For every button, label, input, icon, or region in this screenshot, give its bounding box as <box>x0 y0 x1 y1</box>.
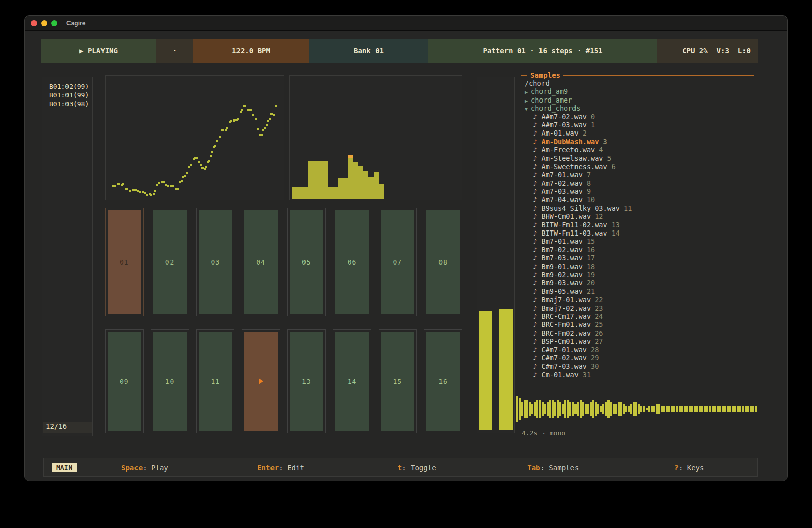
sample-file-11[interactable]: ♪ B9sus4 Silky 03.wav 11 <box>525 204 754 212</box>
waveform-dot <box>526 408 528 410</box>
sample-file-name: Bm7-03.wav <box>542 254 587 262</box>
status-bar: ▶ PLAYING · 122.0 BPM Bank 01 Pattern 01… <box>41 39 758 63</box>
pad-10[interactable]: 10 <box>151 329 189 433</box>
sample-file-20[interactable]: ♪ Bm9-03.wav 20 <box>525 279 754 287</box>
sample-file-15[interactable]: ♪ Bm7-01.wav 15 <box>525 237 754 245</box>
minimize-icon[interactable] <box>41 20 47 26</box>
sample-file-22[interactable]: ♪ Bmaj7-01.wav 22 <box>525 295 754 304</box>
pad-08[interactable]: 08 <box>424 208 462 316</box>
waveform-column <box>605 402 607 416</box>
scatter-dot <box>137 190 139 192</box>
sample-file-3[interactable]: ♪ Am-DubWash.wav 3 <box>525 138 754 146</box>
histogram-bar <box>313 161 318 199</box>
pad-fill[interactable]: 04 <box>244 210 278 314</box>
pad-05[interactable]: 05 <box>287 208 326 316</box>
waveform-column <box>729 406 731 412</box>
sample-file-21[interactable]: ♪ Bm9-05.wav 21 <box>525 287 754 295</box>
waveform-dot <box>580 416 582 418</box>
pad-fill[interactable]: 09 <box>108 332 141 431</box>
folder-chord_am9[interactable]: ▶ chord_am9 <box>525 87 754 95</box>
pad-fill[interactable] <box>244 332 278 431</box>
waveform-dot <box>750 410 752 412</box>
folder-chord_amer[interactable]: ▶ chord_amer <box>525 96 754 104</box>
sample-file-0[interactable]: ♪ A#m7-02.wav 0 <box>525 113 754 121</box>
sample-index: 21 <box>587 287 595 295</box>
pad-06[interactable]: 06 <box>333 208 371 316</box>
pad-03[interactable]: 03 <box>196 208 235 316</box>
pad-04[interactable]: 04 <box>242 208 280 316</box>
pad-fill[interactable]: 11 <box>199 332 232 431</box>
pad-fill[interactable]: 10 <box>153 332 187 431</box>
sample-file-25[interactable]: ♪ BRC-Fm01.wav 25 <box>525 320 754 328</box>
pad-fill[interactable]: 01 <box>108 210 141 314</box>
sample-file-2[interactable]: ♪ Am-01.wav 2 <box>525 129 754 137</box>
pad-fill[interactable]: 06 <box>335 210 369 314</box>
sample-file-28[interactable]: ♪ C#m7-01.wav 28 <box>525 346 754 354</box>
pad-01[interactable]: 01 <box>105 208 144 316</box>
sample-file-26[interactable]: ♪ BRC-Fm02.wav 26 <box>525 329 754 337</box>
pad-fill[interactable]: 07 <box>381 210 415 314</box>
waveform-dot <box>668 410 670 412</box>
sample-file-24[interactable]: ♪ BRC-Cm17.wav 24 <box>525 312 754 320</box>
waveform-dot <box>643 408 645 410</box>
sample-file-6[interactable]: ♪ Am-Sweetness.wav 6 <box>525 162 754 171</box>
sample-file-9[interactable]: ♪ Am7-03.wav 9 <box>525 187 754 195</box>
waveform-dot <box>559 402 561 404</box>
scatter-dot <box>198 161 200 163</box>
folder-chord_chords[interactable]: ▼ chord_chords <box>525 104 754 112</box>
sample-file-8[interactable]: ♪ Am7-02.wav 8 <box>525 179 754 187</box>
waveform-dot <box>564 408 566 410</box>
sample-file-10[interactable]: ♪ Am7-04.wav 10 <box>525 195 754 204</box>
sample-file-27[interactable]: ♪ BSP-Cm01.wav 27 <box>525 337 754 345</box>
voice-list: B01:02(99)B01:01(99)B01:03(98) <box>42 77 92 108</box>
waveform-dot <box>595 410 597 412</box>
pad-02[interactable]: 02 <box>151 208 189 316</box>
sample-file-7[interactable]: ♪ Am7-01.wav 7 <box>525 171 754 179</box>
sample-file-29[interactable]: ♪ C#m7-02.wav 29 <box>525 354 754 362</box>
waveform-dot <box>610 414 612 416</box>
sample-file-name: BITW-Fm11-02.wav <box>542 221 612 229</box>
sample-file-5[interactable]: ♪ Am-Steelsaw.wav 5 <box>525 154 754 162</box>
pad-09[interactable]: 09 <box>105 329 144 433</box>
sample-file-19[interactable]: ♪ Bm9-02.wav 19 <box>525 271 754 279</box>
vu-meter-panel <box>477 77 515 433</box>
status-separator: · <box>156 39 193 63</box>
sample-file-30[interactable]: ♪ C#m7-03.wav 30 <box>525 362 754 370</box>
pad-fill[interactable]: 13 <box>290 332 323 431</box>
pad-11[interactable]: 11 <box>196 329 235 433</box>
pad-fill[interactable]: 15 <box>381 332 415 431</box>
pad-fill[interactable]: 14 <box>335 332 369 431</box>
pad-14[interactable]: 14 <box>333 329 371 433</box>
pad-16[interactable]: 16 <box>424 329 462 433</box>
sample-file-14[interactable]: ♪ BITW-Fm11-03.wav 14 <box>525 229 754 237</box>
close-icon[interactable] <box>31 20 37 26</box>
sample-file-13[interactable]: ♪ BITW-Fm11-02.wav 13 <box>525 221 754 229</box>
pad-15[interactable]: 15 <box>379 329 417 433</box>
sample-file-12[interactable]: ♪ BHW-Cm01.wav 12 <box>525 212 754 220</box>
pad-label: 02 <box>165 258 175 266</box>
waveform-dot <box>536 416 538 418</box>
pad-12[interactable] <box>242 329 280 433</box>
sample-file-4[interactable]: ♪ Am-Freeto.wav 4 <box>525 146 754 154</box>
sample-file-23[interactable]: ♪ Bmaj7-02.wav 23 <box>525 304 754 312</box>
sample-file-1[interactable]: ♪ A#m7-03.wav 1 <box>525 121 754 129</box>
pad-07[interactable]: 07 <box>379 208 417 316</box>
waveform-dot <box>554 404 556 406</box>
waveform-dot <box>590 406 592 408</box>
waveform-dot <box>699 408 701 410</box>
pad-fill[interactable]: 08 <box>426 210 460 314</box>
waveform-dot <box>582 414 584 416</box>
pad-fill[interactable]: 02 <box>153 210 187 314</box>
pad-fill[interactable]: 16 <box>426 332 460 431</box>
waveform-dot <box>554 406 556 408</box>
pad-fill[interactable]: 05 <box>290 210 323 314</box>
pad-13[interactable]: 13 <box>287 329 326 433</box>
maximize-icon[interactable] <box>51 20 57 26</box>
sample-file-16[interactable]: ♪ Bm7-02.wav 16 <box>525 246 754 254</box>
waveform-dot <box>549 404 551 406</box>
pad-fill[interactable]: 03 <box>199 210 232 314</box>
sample-file-31[interactable]: ♪ Cm-01.wav 31 <box>525 371 754 379</box>
sample-file-17[interactable]: ♪ Bm7-03.wav 17 <box>525 254 754 262</box>
sample-file-18[interactable]: ♪ Bm9-01.wav 18 <box>525 262 754 271</box>
waveform-column <box>709 406 711 412</box>
